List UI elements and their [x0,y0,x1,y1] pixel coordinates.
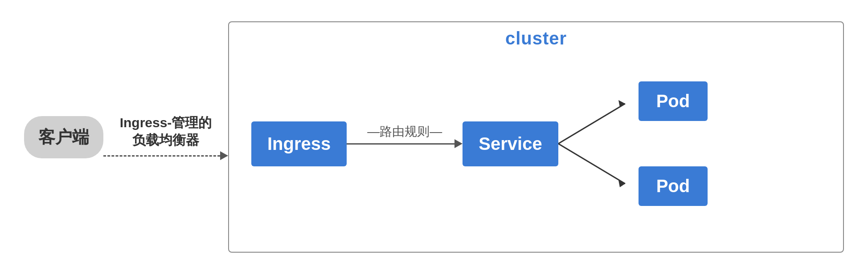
solid-line [347,143,454,145]
pod1-label: Pod [656,91,690,111]
pod2-block: Pod [639,166,708,206]
cluster-content: Ingress —路由规则— Service [251,77,821,210]
fork-arrows-svg [558,77,639,210]
service-block: Service [463,121,558,166]
client-node: 客户端 [24,116,103,158]
pods-column: Pod Pod [639,81,708,206]
dashed-line [103,155,220,157]
diagram-container: 客户端 Ingress-管理的 负载均衡器 cluster Ingress —路… [11,8,857,266]
pod1-block: Pod [639,81,708,121]
routing-rule-label: —路由规则— [365,123,444,140]
svg-line-0 [558,104,625,144]
client-label: 客户端 [38,128,89,146]
ingress-label: Ingress [267,134,331,153]
cluster-box: cluster Ingress —路由规则— Service [228,21,844,253]
cluster-label: cluster [505,28,567,48]
arrow-head-2 [454,139,463,148]
pod2-label: Pod [656,176,690,196]
arrow-section-2: —路由规则— [347,139,463,148]
arrow1-line1: Ingress-管理的 [120,115,212,130]
arrow-section-1: Ingress-管理的 负载均衡器 [103,114,228,160]
svg-line-2 [558,144,625,184]
arrow1-label: Ingress-管理的 负载均衡器 [120,114,212,149]
arrow-head-1 [220,151,228,160]
service-label: Service [479,134,542,153]
dashed-arrow [103,151,228,160]
ingress-block: Ingress [251,121,347,166]
fork-section: Pod Pod [558,77,821,210]
arrow1-line2: 负载均衡器 [132,133,199,147]
